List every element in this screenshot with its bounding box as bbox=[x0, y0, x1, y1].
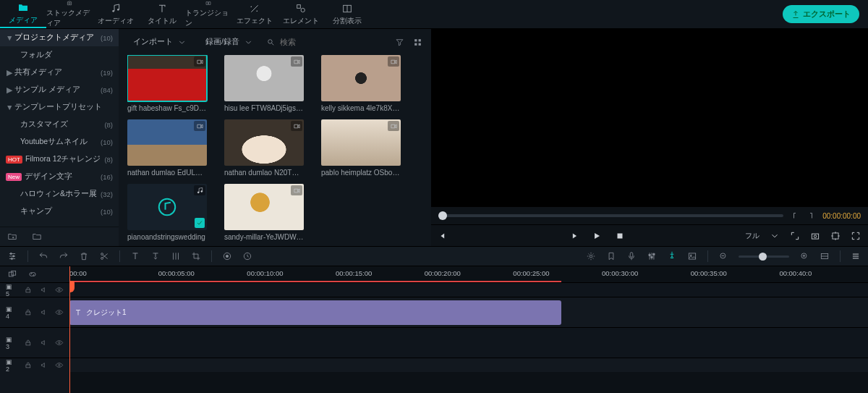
track-header-2[interactable]: ▣ 2 bbox=[0, 358, 69, 372]
filter-icon[interactable] bbox=[395, 38, 404, 47]
tab-split-view[interactable]: 分割表示 bbox=[324, 0, 370, 28]
media-thumb[interactable]: pablo heimplatz OSboZ... bbox=[321, 119, 401, 177]
time-ruler[interactable]: 00:0000:00:05:0000:00:10:0000:00:15:0000… bbox=[69, 266, 868, 282]
zoom-slider[interactable] bbox=[739, 255, 789, 258]
play-icon[interactable] bbox=[592, 231, 602, 241]
text-down-icon[interactable] bbox=[150, 251, 161, 261]
grid-view-icon[interactable] bbox=[413, 38, 422, 47]
sidebar-item-sample-media[interactable]: ▶サンプル メディア(84) bbox=[0, 81, 119, 98]
text-add-icon[interactable] bbox=[130, 251, 140, 261]
redo-icon[interactable] bbox=[59, 251, 69, 261]
sliders-icon[interactable] bbox=[7, 251, 17, 261]
playhead[interactable] bbox=[69, 266, 70, 393]
media-thumb[interactable]: gift habeshaw Fs_c9Df4... bbox=[127, 55, 207, 112]
equalizer-icon[interactable] bbox=[171, 251, 181, 261]
tab-element[interactable]: エレメント bbox=[278, 0, 324, 28]
eye-icon[interactable] bbox=[55, 338, 64, 347]
tab-stock-media[interactable]: ストックメディア bbox=[46, 0, 93, 28]
mute-icon[interactable] bbox=[40, 338, 48, 347]
undo-icon[interactable] bbox=[38, 251, 48, 261]
sidebar-item-customize[interactable]: カスタマイズ(8) bbox=[0, 116, 119, 133]
sidebar-item-design-text[interactable]: Newデザイン文字(16) bbox=[0, 168, 119, 185]
scrub-track[interactable] bbox=[438, 214, 783, 217]
sidebar-item-halloween[interactable]: ハロウィン&ホラー展(32) bbox=[0, 185, 119, 203]
sidebar-item-shared-media[interactable]: ▶共有メディア(19) bbox=[0, 64, 119, 81]
export-button[interactable]: エクスポート bbox=[783, 5, 859, 23]
record-dropdown[interactable]: 録画/録音 bbox=[200, 34, 259, 50]
lock-icon[interactable] bbox=[24, 360, 33, 370]
eye-icon[interactable] bbox=[55, 308, 64, 317]
track-2[interactable] bbox=[69, 358, 868, 372]
mic-icon[interactable] bbox=[626, 251, 637, 261]
chevron-down-icon[interactable] bbox=[770, 231, 780, 241]
menu-icon[interactable] bbox=[851, 251, 861, 261]
track-header-3[interactable]: ▣ 3 bbox=[0, 327, 69, 358]
folder-icon[interactable] bbox=[32, 232, 42, 242]
track-4[interactable]: クレジット1 bbox=[69, 297, 868, 327]
lock-icon[interactable] bbox=[24, 285, 33, 295]
zoom-fit-icon[interactable] bbox=[820, 251, 830, 261]
lock-icon[interactable] bbox=[24, 338, 33, 347]
sidebar-item-project-media[interactable]: ▼プロジェクトメディア(10) bbox=[0, 29, 119, 46]
media-thumb[interactable]: nathan dumlao N20TNl... bbox=[224, 119, 304, 177]
zoom-out-icon[interactable] bbox=[718, 251, 728, 261]
tab-transition[interactable]: トランジション bbox=[185, 0, 231, 28]
zoom-in-icon[interactable] bbox=[799, 251, 809, 261]
sidebar-item-camp[interactable]: キャンプ(10) bbox=[0, 203, 119, 220]
track-header-4[interactable]: ▣ 4 bbox=[0, 297, 69, 327]
tab-media[interactable]: メディア bbox=[0, 0, 46, 28]
mixer-icon[interactable] bbox=[647, 251, 657, 261]
media-thumb[interactable]: kelly sikkema 4le7k8XVYju... bbox=[321, 55, 401, 112]
target-icon[interactable] bbox=[830, 231, 841, 241]
eye-icon[interactable] bbox=[55, 285, 64, 295]
new-folder-icon[interactable] bbox=[7, 232, 17, 242]
scissors-icon[interactable] bbox=[99, 251, 109, 261]
play-in-icon[interactable] bbox=[569, 231, 579, 241]
sidebar-item-folder[interactable]: フォルダ bbox=[0, 46, 119, 64]
sidebar-item-challenge[interactable]: HOTFilmora 12チャレンジ(8) bbox=[0, 151, 119, 168]
eye-icon[interactable] bbox=[55, 360, 64, 370]
track-header-5[interactable]: ▣ 5 bbox=[0, 282, 69, 297]
mute-icon[interactable] bbox=[40, 308, 48, 317]
title-clip[interactable]: クレジット1 bbox=[69, 300, 561, 325]
scrub-thumb[interactable] bbox=[438, 211, 447, 220]
trash-icon[interactable] bbox=[79, 251, 89, 261]
tracks-area[interactable]: 00:0000:00:05:0000:00:10:0000:00:15:0000… bbox=[69, 266, 868, 393]
sparkle-icon[interactable] bbox=[586, 251, 596, 261]
track-3[interactable] bbox=[69, 327, 868, 358]
tab-title[interactable]: タイトル bbox=[139, 0, 185, 28]
search-input[interactable] bbox=[280, 38, 338, 46]
preview-canvas[interactable] bbox=[431, 29, 868, 207]
image-icon[interactable] bbox=[687, 251, 697, 261]
lock-icon[interactable] bbox=[24, 308, 33, 317]
mark-out-icon[interactable] bbox=[807, 211, 815, 220]
crop-icon[interactable] bbox=[191, 251, 201, 261]
marker-icon[interactable] bbox=[667, 250, 677, 261]
import-dropdown[interactable]: インポート bbox=[127, 34, 192, 50]
overlap-icon[interactable] bbox=[7, 269, 17, 279]
media-thumb[interactable]: pianoandstringswedding bbox=[127, 184, 207, 241]
stop-icon[interactable] bbox=[615, 231, 625, 241]
mark-in-icon[interactable] bbox=[791, 211, 799, 220]
zoom-thumb[interactable] bbox=[759, 253, 767, 261]
sidebar-item-youtube-thumbnail[interactable]: Youtubeサムネイル(10) bbox=[0, 133, 119, 151]
snapshot-icon[interactable] bbox=[810, 231, 820, 241]
media-thumb[interactable]: hisu lee FTW8ADj5igs u... bbox=[224, 55, 304, 112]
expand-icon[interactable] bbox=[790, 231, 800, 241]
mute-icon[interactable] bbox=[40, 285, 48, 295]
fullscreen-icon[interactable] bbox=[851, 231, 861, 241]
link-icon[interactable] bbox=[27, 269, 38, 279]
mute-icon[interactable] bbox=[40, 360, 48, 370]
prev-frame-icon[interactable] bbox=[438, 231, 448, 241]
search-field[interactable] bbox=[266, 38, 388, 47]
record-circle-icon[interactable] bbox=[222, 251, 232, 261]
playback-quality[interactable]: フル bbox=[745, 231, 760, 241]
history-icon[interactable] bbox=[242, 251, 252, 261]
media-thumb[interactable]: nathan dumlao EdULZp... bbox=[127, 119, 207, 177]
sidebar-item-template-preset[interactable]: ▼テンプレートプリセット bbox=[0, 98, 119, 116]
tab-audio[interactable]: オーディオ bbox=[93, 0, 139, 28]
track-5[interactable] bbox=[69, 282, 868, 297]
tab-effect[interactable]: エフェクト bbox=[231, 0, 278, 28]
bookmark-icon[interactable] bbox=[606, 251, 616, 261]
media-thumb[interactable]: sandy-millar-YeJWDWeI7... bbox=[224, 184, 304, 241]
